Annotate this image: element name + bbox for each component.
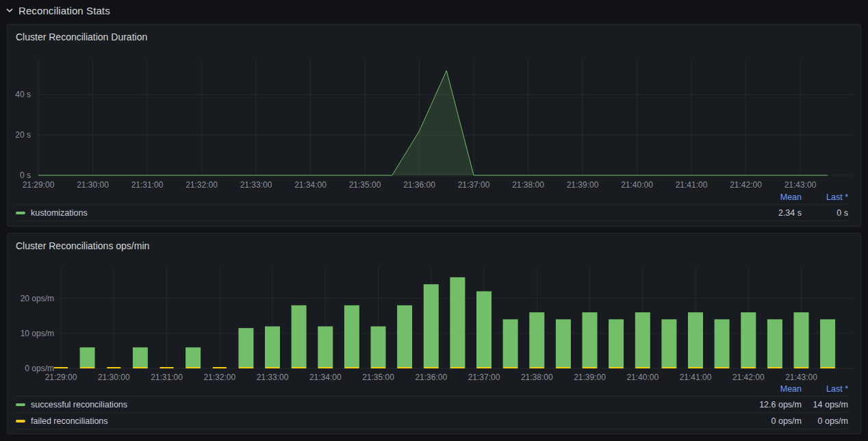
series-mean-value: 2.34 s	[740, 208, 802, 218]
svg-text:21:41:00: 21:41:00	[676, 180, 708, 190]
svg-text:21:34:00: 21:34:00	[309, 373, 342, 382]
legend-row: successful reconciliations 12.6 ops/m 14…	[16, 396, 848, 412]
legend-row: kustomizations 2.34 s 0 s	[16, 204, 848, 220]
svg-text:0 s: 0 s	[20, 171, 31, 180]
legend: Mean Last * successful reconciliations 1…	[16, 382, 848, 429]
series-label: successful reconciliations	[31, 400, 127, 410]
svg-text:21:40:00: 21:40:00	[626, 373, 659, 382]
series-label: kustomizations	[31, 208, 88, 218]
series-color-dash-icon	[16, 420, 25, 423]
series-mean-value: 0 ops/m	[740, 416, 802, 426]
legend-row: failed reconciliations 0 ops/m 0 ops/m	[16, 412, 848, 429]
svg-text:21:33:00: 21:33:00	[240, 180, 272, 190]
series-label: failed reconciliations	[31, 416, 108, 426]
svg-text:21:37:00: 21:37:00	[458, 180, 490, 190]
svg-text:40 s: 40 s	[15, 90, 31, 99]
svg-text:20 s: 20 s	[15, 130, 31, 140]
svg-text:21:31:00: 21:31:00	[151, 373, 183, 382]
svg-text:21:36:00: 21:36:00	[403, 180, 435, 190]
panel-cluster-reconciliation-duration: Cluster Reconciliation Duration 21:29:00…	[7, 24, 861, 227]
legend-header: Mean Last *	[16, 190, 848, 204]
svg-text:21:30:00: 21:30:00	[77, 180, 109, 190]
ops-bar-chart[interactable]: 21:29:0021:30:0021:31:0021:32:0021:33:00…	[8, 234, 860, 387]
legend-header: Mean Last *	[16, 382, 848, 396]
svg-text:21:39:00: 21:39:00	[567, 180, 599, 190]
svg-text:21:38:00: 21:38:00	[512, 180, 544, 190]
svg-text:0 ops/m: 0 ops/m	[25, 364, 54, 373]
duration-area-chart[interactable]: 21:29:0021:30:0021:31:0021:32:0021:33:00…	[8, 25, 860, 193]
svg-text:21:40:00: 21:40:00	[621, 180, 653, 190]
svg-text:21:36:00: 21:36:00	[415, 373, 447, 382]
svg-text:21:35:00: 21:35:00	[349, 180, 381, 190]
svg-text:10 ops/m: 10 ops/m	[21, 329, 54, 338]
series-color-dash-icon	[16, 212, 25, 214]
legend-mean-header[interactable]: Mean	[740, 192, 802, 202]
svg-text:21:38:00: 21:38:00	[521, 373, 553, 382]
svg-text:21:29:00: 21:29:00	[45, 373, 77, 382]
svg-text:21:32:00: 21:32:00	[203, 373, 235, 382]
legend-series-failed[interactable]: failed reconciliations	[16, 416, 740, 426]
svg-text:21:30:00: 21:30:00	[98, 373, 130, 382]
svg-text:21:31:00: 21:31:00	[131, 180, 164, 190]
series-last-value: 14 ops/m	[802, 400, 848, 410]
legend-series-successful[interactable]: successful reconciliations	[16, 400, 740, 410]
series-last-value: 0 ops/m	[802, 416, 848, 426]
svg-text:21:37:00: 21:37:00	[468, 373, 500, 382]
svg-text:21:33:00: 21:33:00	[257, 373, 289, 382]
legend-last-header[interactable]: Last *	[802, 384, 848, 394]
svg-text:21:42:00: 21:42:00	[732, 373, 765, 382]
series-color-dash-icon	[16, 403, 25, 406]
legend-mean-header[interactable]: Mean	[740, 384, 802, 394]
svg-text:21:41:00: 21:41:00	[680, 373, 712, 382]
svg-text:21:43:00: 21:43:00	[784, 180, 817, 190]
legend: Mean Last * kustomizations 2.34 s 0 s	[16, 190, 848, 221]
legend-last-header[interactable]: Last *	[802, 192, 848, 202]
svg-text:21:39:00: 21:39:00	[574, 373, 606, 382]
series-area-fill	[38, 71, 828, 175]
svg-text:21:42:00: 21:42:00	[730, 180, 762, 190]
successful-bars	[80, 277, 836, 368]
panel-cluster-reconciliations-ops: Cluster Reconciliations ops/min 21:29:00…	[7, 233, 861, 434]
svg-text:21:29:00: 21:29:00	[23, 180, 55, 190]
svg-text:21:35:00: 21:35:00	[362, 373, 394, 382]
dashboard-row-header[interactable]: Reconciliation Stats	[5, 2, 110, 18]
legend-series-kustomizations[interactable]: kustomizations	[16, 208, 740, 218]
row-title: Reconciliation Stats	[18, 5, 110, 16]
series-mean-value: 12.6 ops/m	[740, 400, 802, 410]
svg-text:21:32:00: 21:32:00	[186, 180, 218, 190]
svg-text:21:34:00: 21:34:00	[294, 180, 327, 190]
svg-text:20 ops/m: 20 ops/m	[21, 294, 54, 303]
chevron-down-icon[interactable]	[5, 6, 14, 14]
svg-text:21:43:00: 21:43:00	[785, 373, 817, 382]
series-last-value: 0 s	[802, 208, 848, 218]
